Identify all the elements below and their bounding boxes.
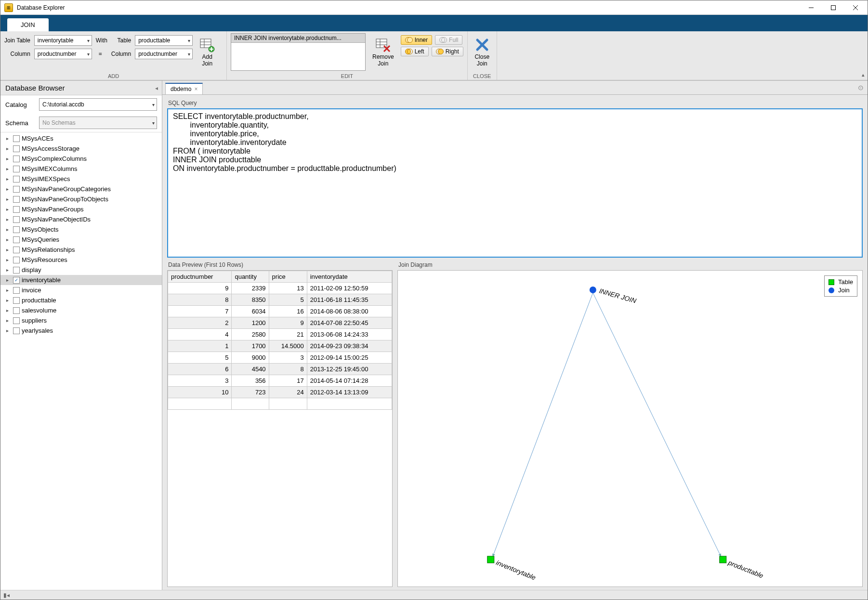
expander-icon[interactable]: ▸ xyxy=(6,136,11,141)
tree-item[interactable]: ▸ invoice xyxy=(0,285,162,295)
expander-icon[interactable]: ▸ xyxy=(6,217,11,222)
add-join-button[interactable]: Add Join xyxy=(197,33,218,71)
maximize-button[interactable] xyxy=(822,0,844,15)
checkbox[interactable] xyxy=(13,257,20,263)
checkbox[interactable] xyxy=(13,297,20,304)
table-tree[interactable]: ▸ MSysACEs▸ MSysAccessStorage▸ MSysCompl… xyxy=(0,132,162,590)
checkbox[interactable] xyxy=(13,135,20,142)
checkbox[interactable] xyxy=(13,166,20,172)
checkbox[interactable] xyxy=(13,145,20,152)
expander-icon[interactable]: ▸ xyxy=(6,176,11,182)
tree-item[interactable]: ▸ MSysNavPaneObjectIDs xyxy=(0,214,162,224)
column-header[interactable]: price xyxy=(269,271,307,283)
checkbox[interactable] xyxy=(13,317,20,324)
expander-icon[interactable]: ▸ xyxy=(6,257,11,262)
checkbox[interactable] xyxy=(13,206,20,213)
tree-item[interactable]: ▸ producttable xyxy=(0,295,162,305)
tree-item[interactable]: ▸ MSysAccessStorage xyxy=(0,143,162,154)
with-table-combo[interactable]: producttable xyxy=(135,35,193,46)
doc-tabs-options-icon[interactable]: ⊙ xyxy=(858,84,864,91)
table-row[interactable]: 1170014.50002014-09-23 09:38:34 xyxy=(168,340,392,352)
tree-item[interactable]: ▸ MSysNavPaneGroupCategories xyxy=(0,184,162,194)
data-preview-table[interactable]: productnumberquantitypriceinventorydate … xyxy=(167,270,393,587)
tree-item[interactable]: ▸ ✓ inventorytable xyxy=(0,275,162,285)
doc-tab-close-icon[interactable]: × xyxy=(194,86,197,92)
expander-icon[interactable]: ▸ xyxy=(6,166,11,171)
expander-icon[interactable]: ▸ xyxy=(6,308,11,313)
tree-item[interactable]: ▸ yearlysales xyxy=(0,326,162,336)
catalog-combo[interactable]: C:\tutorial.accdb xyxy=(39,98,157,111)
tree-item[interactable]: ▸ suppliers xyxy=(0,315,162,326)
table-row[interactable]: 6454082013-12-25 19:45:00 xyxy=(168,364,392,375)
tree-item[interactable]: ▸ MSysRelationships xyxy=(0,245,162,255)
table-row[interactable]: 92339132011-02-09 12:50:59 xyxy=(168,283,392,294)
schema-combo[interactable]: No Schemas xyxy=(39,117,157,129)
join-diagram[interactable]: Table Join INNER JOIN inventorytable pro… xyxy=(397,270,863,587)
tree-item[interactable]: ▸ MSysNavPaneGroups xyxy=(0,204,162,214)
close-join-button[interactable]: Close Join xyxy=(472,33,493,71)
expander-icon[interactable]: ▸ xyxy=(6,328,11,333)
tree-item[interactable]: ▸ MSysIMEXColumns xyxy=(0,164,162,174)
expander-icon[interactable]: ▸ xyxy=(6,318,11,323)
expander-icon[interactable]: ▸ xyxy=(6,207,11,212)
column1-combo[interactable]: productnumber xyxy=(34,49,92,59)
expander-icon[interactable]: ▸ xyxy=(6,196,11,202)
inner-join-button[interactable]: Inner xyxy=(401,35,432,45)
expander-icon[interactable]: ▸ xyxy=(6,186,11,192)
expander-icon[interactable]: ▸ xyxy=(6,287,11,293)
checkbox[interactable] xyxy=(13,176,20,183)
table-row[interactable]: 2120092014-07-08 22:50:45 xyxy=(168,317,392,329)
tree-item[interactable]: ▸ MSysACEs xyxy=(0,133,162,143)
full-join-button[interactable]: Full xyxy=(435,35,462,45)
remove-join-button[interactable]: Remove Join xyxy=(369,33,397,71)
table-row[interactable]: 42580212013-06-08 14:24:33 xyxy=(168,329,392,340)
expander-icon[interactable]: ▸ xyxy=(6,298,11,303)
checkbox[interactable] xyxy=(13,186,20,193)
table-row[interactable]: 10723242012-03-14 13:13:09 xyxy=(168,387,392,398)
checkbox[interactable] xyxy=(13,287,20,294)
join-table-combo[interactable]: inventorytable xyxy=(34,35,92,46)
expander-icon[interactable]: ▸ xyxy=(6,277,11,283)
tree-item[interactable]: ▸ salesvolume xyxy=(0,305,162,315)
tree-item[interactable]: ▸ MSysResources xyxy=(0,255,162,265)
expander-icon[interactable]: ▸ xyxy=(6,247,11,252)
checkbox[interactable] xyxy=(13,196,20,203)
expander-icon[interactable]: ▸ xyxy=(6,156,11,161)
table-row[interactable]: 8835052011-06-18 11:45:35 xyxy=(168,294,392,306)
column-header[interactable]: productnumber xyxy=(168,271,232,283)
checkbox[interactable] xyxy=(13,307,20,314)
statusbar-nav-icon[interactable]: ▮◂ xyxy=(3,592,10,599)
join-code-box[interactable]: INNER JOIN inventorytable.productnum... xyxy=(231,33,366,71)
checkbox[interactable]: ✓ xyxy=(13,277,20,284)
minimize-button[interactable] xyxy=(800,0,822,15)
sql-query-box[interactable]: SELECT inventorytable.productnumber, inv… xyxy=(167,108,863,258)
expander-icon[interactable]: ▸ xyxy=(6,237,11,242)
tree-item[interactable]: ▸ display xyxy=(0,265,162,275)
doc-tab-dbdemo[interactable]: dbdemo × xyxy=(165,83,203,94)
checkbox[interactable] xyxy=(13,327,20,334)
tree-item[interactable]: ▸ MSysComplexColumns xyxy=(0,154,162,164)
checkbox[interactable] xyxy=(13,267,20,274)
checkbox[interactable] xyxy=(13,156,20,162)
close-button[interactable] xyxy=(844,0,867,15)
expander-icon[interactable]: ▸ xyxy=(6,267,11,273)
expander-icon[interactable]: ▸ xyxy=(6,146,11,151)
checkbox[interactable] xyxy=(13,226,20,233)
tree-item[interactable]: ▸ MSysObjects xyxy=(0,224,162,235)
ribbon-collapse-icon[interactable]: ▴ xyxy=(862,72,865,78)
tree-item[interactable]: ▸ MSysQueries xyxy=(0,235,162,245)
tree-item[interactable]: ▸ MSysNavPaneGroupToObjects xyxy=(0,194,162,204)
left-join-button[interactable]: Left xyxy=(401,47,429,56)
column-header[interactable]: inventorydate xyxy=(307,271,392,283)
tab-join[interactable]: JOIN xyxy=(7,18,49,31)
table-row[interactable]: 3356172014-05-14 07:14:28 xyxy=(168,375,392,387)
tree-item[interactable]: ▸ MSysIMEXSpecs xyxy=(0,174,162,184)
column2-combo[interactable]: productnumber xyxy=(135,49,193,59)
checkbox[interactable] xyxy=(13,236,20,243)
expander-icon[interactable]: ▸ xyxy=(6,227,11,232)
column-header[interactable]: quantity xyxy=(232,271,269,283)
right-join-button[interactable]: Right xyxy=(432,47,463,56)
table-row[interactable]: 76034162014-08-06 08:38:00 xyxy=(168,306,392,317)
table-row[interactable]: 5900032012-09-14 15:00:25 xyxy=(168,352,392,364)
checkbox[interactable] xyxy=(13,247,20,253)
